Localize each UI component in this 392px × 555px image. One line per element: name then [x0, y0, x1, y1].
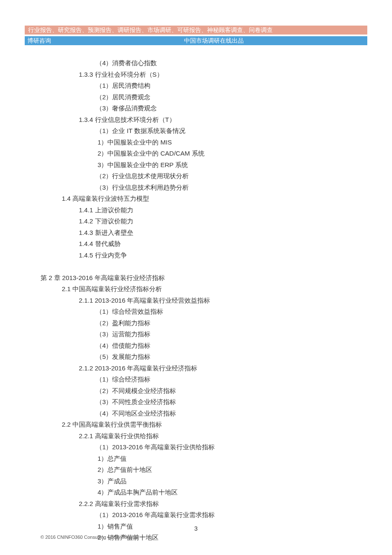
- toc-line: 1.4.1 上游议价能力: [40, 205, 366, 216]
- page-number: 3: [0, 525, 392, 532]
- toc-line: （1）综合经营效益指标: [40, 306, 366, 318]
- toc-line: （4）消费者信心指数: [40, 58, 366, 69]
- toc-line: 1.4.2 下游议价能力: [40, 216, 366, 227]
- toc-line: 1.4.5 行业内竞争: [40, 250, 366, 261]
- toc-line: 2.2 中国高端童装行业供需平衡指标: [40, 419, 366, 431]
- toc-line: （4）不同地区企业经济指标: [40, 408, 366, 419]
- toc-line: 1.4 高端童装行业波特五力模型: [40, 193, 366, 205]
- toc-line: 1）中国服装企业中的 MIS: [40, 137, 366, 148]
- toc-line: （3）奢侈品消费观念: [40, 103, 366, 114]
- footer-copyright: © 2016 CNINFO360 Consulting — Confidenti…: [40, 535, 138, 540]
- toc-line: 1.3.3 行业社会环境分析（S）: [40, 69, 366, 81]
- toc-line: （2）行业信息技术使用现状分析: [40, 171, 366, 182]
- toc-line: 2.2.2 高端童装行业需求指标: [40, 498, 366, 510]
- toc-line: 1）总产值: [40, 453, 366, 465]
- toc-line: 3）中国服装企业中的 ERP 系统: [40, 159, 366, 171]
- toc-line: （5）发展能力指标: [40, 351, 366, 363]
- toc-line: （1）2013-2016 年高端童装行业供给指标: [40, 442, 366, 453]
- brand-right: 中国市场调研在线出品: [61, 36, 367, 45]
- toc-line: （2）盈利能力指标: [40, 318, 366, 329]
- toc-line: 2.1.1 2013-2016 年高端童装行业经营效益指标: [40, 295, 366, 306]
- toc-content: （4）消费者信心指数1.3.3 行业社会环境分析（S）（1）居民消费结构（2）居…: [40, 58, 366, 543]
- header-brand-bar: 博研咨询 中国市场调研在线出品: [25, 36, 367, 45]
- toc-line: 2.1.2 2013-2016 年高端童装行业经济指标: [40, 363, 366, 374]
- toc-line: （1）居民消费结构: [40, 80, 366, 92]
- toc-line: 2）总产值前十地区: [40, 464, 366, 476]
- toc-line: （1）企业 IT 数据系统装备情况: [40, 125, 366, 137]
- toc-line: （1）2013-2016 年高端童装行业需求指标: [40, 509, 366, 521]
- toc-line: 3）产成品: [40, 476, 366, 487]
- toc-line: 第 2 章 2013-2016 年高端童装行业经济指标: [40, 272, 366, 284]
- toc-line: （1）综合经济指标: [40, 374, 366, 385]
- brand-left: 博研咨询: [25, 36, 61, 45]
- toc-line: 1.4.3 新进入者壁垒: [40, 227, 366, 239]
- toc-line: 4）产成品丰胸产品前十地区: [40, 487, 366, 498]
- toc-line: （3）行业信息技术利用趋势分析: [40, 182, 366, 194]
- toc-line: （2）不同规模企业经济指标: [40, 385, 366, 397]
- toc-line: （3）不同性质企业经济指标: [40, 396, 366, 408]
- toc-line: 1.3.4 行业信息技术环境分析（T）: [40, 114, 366, 126]
- toc-line: （2）居民消费观念: [40, 92, 366, 103]
- header-category-bar: 行业报告、研究报告、预测报告、调研报告、市场调研、可研报告、神秘顾客调查、问卷调…: [25, 26, 367, 35]
- toc-line: （3）运营能力指标: [40, 329, 366, 340]
- toc-line: 2）中国服装企业中的 CAD/CAM 系统: [40, 148, 366, 159]
- toc-line: [40, 261, 366, 272]
- toc-line: 2.2.1 高端童装行业供给指标: [40, 431, 366, 442]
- toc-line: 1.4.4 替代威胁: [40, 238, 366, 250]
- toc-line: 2.1 中国高端童装行业经济指标分析: [40, 283, 366, 295]
- toc-line: （4）偿债能力指标: [40, 340, 366, 352]
